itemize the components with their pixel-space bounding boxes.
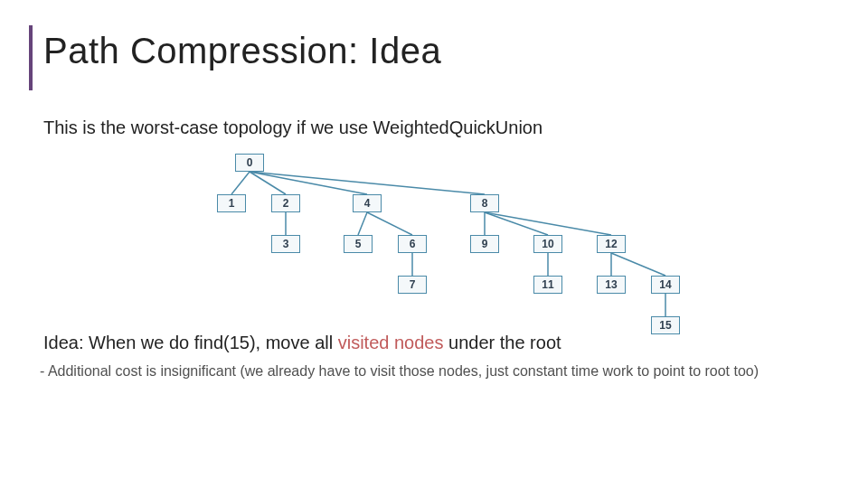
- svg-line-1: [250, 172, 286, 194]
- idea-suffix: under the root: [443, 333, 561, 352]
- tree-node-6: 6: [398, 235, 427, 253]
- tree-edges: [0, 0, 868, 488]
- svg-line-13: [611, 253, 665, 276]
- bullet-note: - Additional cost is insignificant (we a…: [51, 361, 828, 381]
- tree-node-13: 13: [597, 276, 626, 294]
- idea-visited-phrase: visited nodes: [338, 333, 444, 352]
- tree-node-3: 3: [271, 235, 300, 253]
- tree-node-9: 9: [470, 235, 499, 253]
- svg-line-5: [358, 212, 367, 235]
- tree-node-15: 15: [651, 316, 680, 334]
- svg-line-6: [367, 212, 412, 235]
- tree-node-8: 8: [470, 194, 499, 212]
- tree-node-0: 0: [235, 154, 264, 172]
- tree-node-4: 4: [353, 194, 382, 212]
- tree-node-14: 14: [651, 276, 680, 294]
- svg-line-10: [485, 212, 611, 235]
- svg-line-0: [231, 172, 250, 194]
- bullet-dash: -: [40, 363, 48, 379]
- svg-line-9: [485, 212, 548, 235]
- tree-node-1: 1: [217, 194, 246, 212]
- tree-node-10: 10: [533, 235, 562, 253]
- idea-text: Idea: When we do find(15), move all visi…: [43, 333, 561, 353]
- svg-line-2: [250, 172, 367, 194]
- svg-line-3: [250, 172, 485, 194]
- tree-node-7: 7: [398, 276, 427, 294]
- tree-node-2: 2: [271, 194, 300, 212]
- tree-node-11: 11: [533, 276, 562, 294]
- tree-node-12: 12: [597, 235, 626, 253]
- tree-node-5: 5: [344, 235, 373, 253]
- tree-diagram: 0 1 2 4 8 3 5 6 9 10 12 7 11 13 14 15: [0, 0, 868, 488]
- bullet-text: Additional cost is insignificant (we alr…: [48, 363, 759, 379]
- idea-prefix: Idea: When we do find(15), move all: [43, 333, 338, 352]
